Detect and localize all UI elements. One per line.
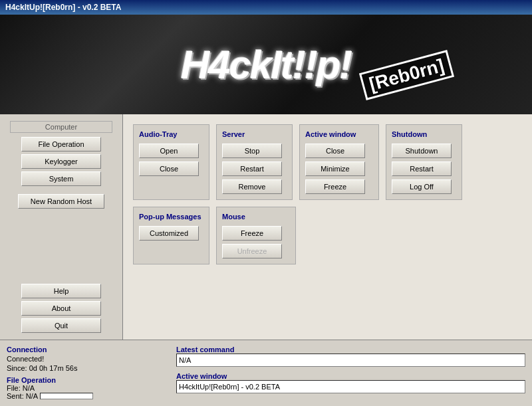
file-row: File: N/A [7, 384, 166, 392]
status-bar: Connection Connected! Since: 0d 0h 17m 5… [0, 340, 532, 406]
status-left: Connection Connected! Since: 0d 0h 17m 5… [7, 346, 166, 401]
banner: H4ckIt!!p! [Reb0rn] [0, 15, 532, 114]
audio-tray-open-button[interactable]: Open [139, 144, 199, 158]
status-right: Latest command Active window [176, 346, 525, 401]
active-window-minimize-button[interactable]: Minimize [305, 161, 365, 176]
about-button[interactable]: About [21, 301, 101, 316]
mouse-title: Mouse [222, 213, 290, 221]
shutdown-button[interactable]: Shutdown [392, 144, 452, 158]
connection-since: Since: 0d 0h 17m 56s [7, 364, 166, 372]
audio-tray-section: Audio-Tray Open Close [133, 124, 209, 200]
main-layout: Computer File Operation Keylogger System… [0, 114, 532, 340]
shutdown-restart-button[interactable]: Restart [392, 161, 452, 176]
file-operation-label: File Operation [7, 376, 166, 384]
active-window-freeze-button[interactable]: Freeze [305, 179, 365, 194]
server-section: Server Stop Restart Remove [216, 124, 293, 200]
sent-progress-bar [40, 393, 93, 399]
sent-row: Sent: N/A [7, 392, 166, 400]
file-operation-button[interactable]: File Operation [21, 137, 101, 152]
content-area: Audio-Tray Open Close Server Stop Restar… [123, 114, 532, 340]
quit-button[interactable]: Quit [21, 318, 101, 333]
active-window-group: Active window [176, 372, 525, 393]
file-text: File: N/A [7, 384, 35, 392]
active-window-section: Active window Close Minimize Freeze [299, 124, 379, 200]
connection-label: Connection [7, 346, 166, 354]
active-window-status-input[interactable] [176, 380, 525, 393]
audio-tray-title: Audio-Tray [139, 130, 203, 138]
server-remove-button[interactable]: Remove [222, 179, 282, 194]
keylogger-button[interactable]: Keylogger [21, 154, 101, 169]
mouse-section: Mouse Freeze Unfreeze [216, 207, 296, 264]
mouse-unfreeze-button[interactable]: Unfreeze [222, 244, 282, 258]
new-random-host-button[interactable]: New Random Host [18, 194, 104, 209]
sidebar-bottom: Help About Quit [10, 284, 112, 333]
system-button[interactable]: System [21, 171, 101, 186]
server-title: Server [222, 130, 287, 138]
mouse-freeze-button[interactable]: Freeze [222, 226, 282, 241]
shutdown-logoff-button[interactable]: Log Off [392, 179, 452, 194]
popup-messages-section: Pop-up Messages Customized [133, 207, 209, 264]
sidebar: Computer File Operation Keylogger System… [0, 114, 123, 340]
active-window-title: Active window [305, 130, 373, 138]
popup-messages-title: Pop-up Messages [139, 213, 203, 221]
title-bar: H4ckItUp![Reb0rn] - v0.2 BETA [0, 0, 532, 15]
audio-tray-close-button[interactable]: Close [139, 161, 199, 176]
popup-customized-button[interactable]: Customized [139, 226, 199, 241]
latest-command-input[interactable] [176, 354, 525, 367]
latest-command-group: Latest command [176, 346, 525, 367]
shutdown-title: Shutdown [392, 130, 456, 138]
title-bar-label: H4ckItUp![Reb0rn] - v0.2 BETA [5, 3, 121, 12]
sent-text: Sent: N/A [7, 392, 38, 400]
shutdown-section: Shutdown Shutdown Restart Log Off [386, 124, 462, 200]
latest-command-label: Latest command [176, 346, 525, 354]
active-window-status-label: Active window [176, 372, 525, 380]
computer-label: Computer [10, 121, 112, 133]
server-stop-button[interactable]: Stop [222, 144, 282, 158]
connection-status: Connected! [7, 355, 166, 363]
active-window-close-button[interactable]: Close [305, 144, 365, 158]
server-restart-button[interactable]: Restart [222, 161, 282, 176]
banner-main-text: H4ckIt!!p! [181, 42, 352, 88]
help-button[interactable]: Help [21, 284, 101, 298]
